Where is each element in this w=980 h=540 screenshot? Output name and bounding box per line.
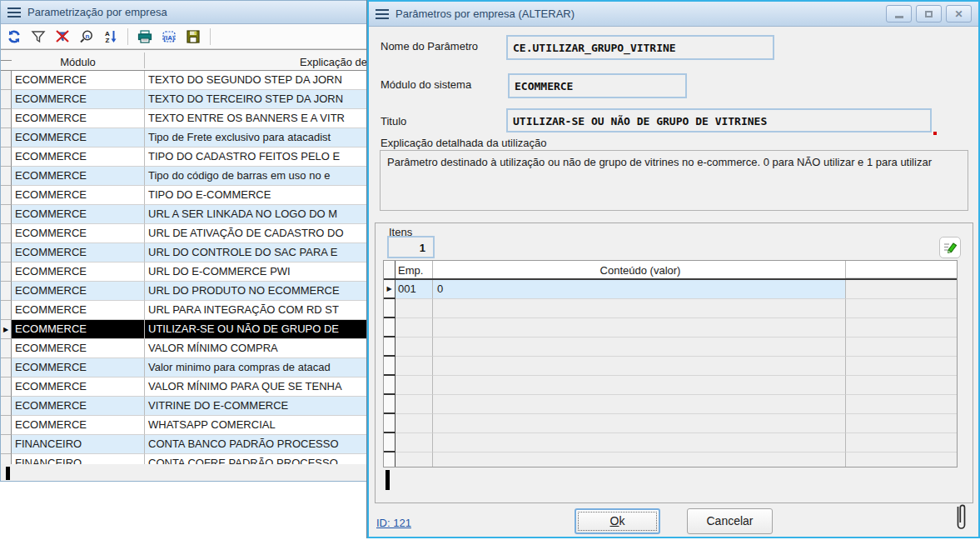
cell-extra: [846, 414, 957, 433]
close-icon: ✕: [954, 8, 963, 20]
column-header-emp[interactable]: Emp.: [395, 261, 433, 278]
current-row-indicator: ▶: [384, 280, 395, 299]
cell-extra: [846, 376, 957, 395]
column-header-conteudo[interactable]: Conteúdo (valor): [433, 261, 846, 278]
cell-extra: [846, 318, 957, 338]
row-indicator-cell: [384, 395, 395, 414]
explicacao-memo[interactable]: Parâmetro destinado à utilização ou não …: [380, 150, 968, 211]
itens-table-header: Emp. Conteúdo (valor): [384, 261, 957, 280]
itens-panel: Itens 1 Emp. Conteúdo (valor) ▶0010: [375, 222, 973, 503]
cell-extra: [846, 338, 957, 357]
cell-modulo: ECOMMERCE: [12, 167, 145, 186]
cell-modulo: ECOMMERCE: [12, 205, 145, 224]
nome-label: Nome do Parâmetro: [381, 40, 478, 52]
header-indicator-cell: [384, 261, 395, 278]
required-marker: [933, 132, 937, 135]
cell-extra: [846, 395, 957, 414]
row-indicator-cell: [1, 148, 12, 167]
edit-grid-button[interactable]: [939, 237, 961, 258]
explicacao-label: Explicação detalhada da utilização: [381, 137, 546, 149]
cell-conteudo: [433, 376, 846, 395]
window-title: Parametrização por empresa: [27, 6, 167, 18]
row-indicator-cell: [1, 71, 12, 90]
cell-extra: [846, 452, 957, 468]
itens-empty-row[interactable]: [384, 357, 957, 376]
filter-icon[interactable]: [29, 28, 47, 46]
cell-extra: [846, 280, 957, 299]
ok-button[interactable]: Ok: [575, 508, 660, 534]
cell-modulo: ECOMMERCE: [12, 339, 145, 358]
cell-modulo: ECOMMERCE: [12, 320, 145, 339]
minimize-button[interactable]: [886, 5, 912, 22]
cell-conteudo: [433, 433, 846, 452]
cancel-button[interactable]: Cancelar: [687, 508, 773, 534]
row-indicator-cell: [1, 435, 12, 454]
cell-modulo: ECOMMERCE: [12, 109, 145, 128]
current-row-indicator: ▶: [1, 320, 12, 339]
itens-empty-row[interactable]: [384, 414, 957, 433]
menu-icon[interactable]: [376, 9, 389, 19]
row-indicator-cell: [1, 301, 12, 320]
cell-emp: [395, 318, 433, 338]
row-indicator-cell: [384, 357, 395, 376]
itens-empty-row[interactable]: [384, 318, 957, 338]
cell-modulo: ECOMMERCE: [12, 243, 145, 262]
itens-empty-row[interactable]: [384, 376, 957, 395]
save-icon[interactable]: [184, 28, 202, 46]
row-indicator-cell: [1, 416, 12, 435]
cell-modulo: ECOMMERCE: [12, 186, 145, 205]
svg-text:(IA): (IA): [163, 33, 175, 41]
restore-button[interactable]: [916, 5, 942, 22]
cell-conteudo: [433, 318, 846, 338]
cell-modulo: ECOMMERCE: [12, 71, 145, 90]
dialog-title: Parâmetros por empresa (ALTERAR): [395, 8, 575, 20]
cell-conteudo: [433, 338, 846, 357]
itens-empty-row[interactable]: [384, 395, 957, 414]
close-button[interactable]: ✕: [946, 5, 972, 22]
ia-badge-icon[interactable]: (IA): [160, 28, 178, 46]
cell-modulo: ECOMMERCE: [12, 416, 145, 435]
cell-emp: 001: [395, 280, 433, 299]
cell-emp: [395, 376, 433, 395]
cell-modulo: FINANCEIRO: [12, 435, 145, 454]
paperclip-icon[interactable]: [953, 500, 968, 538]
sort-az-icon[interactable]: AZ: [102, 28, 120, 46]
printer-icon[interactable]: [136, 28, 154, 46]
itens-table: Emp. Conteúdo (valor) ▶0010: [383, 260, 958, 468]
find-icon[interactable]: n: [77, 28, 96, 46]
titulo-input[interactable]: UTILIZAR-SE OU NÃO DE GRUPO DE VITRINES: [506, 108, 932, 132]
itens-count-field[interactable]: 1: [387, 236, 435, 258]
id-link[interactable]: ID: 121: [376, 517, 411, 529]
row-indicator-cell: [384, 318, 395, 338]
filter-clear-icon[interactable]: [53, 28, 72, 46]
cell-modulo: ECOMMERCE: [12, 262, 145, 282]
header-indicator-cell: [1, 60, 12, 61]
itens-empty-row[interactable]: [384, 299, 957, 318]
itens-empty-row[interactable]: [384, 338, 957, 357]
row-indicator-cell: [1, 454, 12, 464]
modulo-input[interactable]: ECOMMERCE: [508, 73, 687, 98]
cell-emp: [395, 338, 433, 357]
menu-icon[interactable]: [7, 8, 21, 18]
cell-extra: [846, 433, 957, 452]
minimize-icon: [895, 16, 903, 18]
cell-emp: [395, 414, 433, 433]
row-indicator-cell: [1, 243, 12, 262]
dialog-parametros-empresa: Parâmetros por empresa (ALTERAR) ✕ Nome …: [367, 0, 980, 538]
row-indicator-cell: [384, 376, 395, 395]
column-header-modulo[interactable]: Módulo: [12, 52, 145, 68]
itens-empty-row[interactable]: [384, 452, 957, 468]
cell-modulo: ECOMMERCE: [12, 358, 145, 378]
itens-table-row[interactable]: ▶0010: [384, 280, 957, 299]
titlebar-dialog[interactable]: Parâmetros por empresa (ALTERAR) ✕: [369, 2, 978, 27]
refresh-icon[interactable]: [5, 28, 23, 46]
toolbar-separator: [127, 28, 128, 45]
column-header-extra: [846, 261, 957, 278]
cell-emp: [395, 433, 433, 452]
cell-conteudo: [433, 299, 846, 318]
toolbar-separator: [210, 28, 211, 45]
cell-conteudo: 0: [433, 280, 846, 299]
itens-empty-row[interactable]: [384, 433, 957, 452]
nome-input[interactable]: CE.UTILIZAR_GRUPO_VITRINE: [506, 35, 774, 60]
text-caret: [386, 470, 390, 490]
